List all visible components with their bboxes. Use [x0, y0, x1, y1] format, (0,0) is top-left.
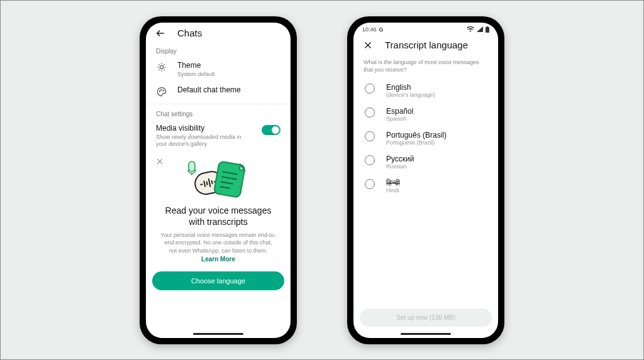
radio-icon[interactable]: [365, 107, 375, 117]
language-name: Русский: [386, 155, 414, 163]
media-visibility-sub: Show newly downloaded media in your devi…: [156, 134, 252, 148]
svg-line-9: [164, 64, 164, 65]
media-visibility-toggle[interactable]: [262, 125, 280, 135]
transcript-illustration: [156, 156, 280, 202]
language-option-portuguese[interactable]: Português (Brasil) Portuguese (Brazil): [353, 126, 498, 150]
radio-icon[interactable]: [365, 131, 375, 141]
back-arrow-icon[interactable]: [155, 28, 166, 39]
gesture-bar: [401, 333, 451, 335]
screen-left: Chats Display Theme System default Defau…: [146, 23, 291, 338]
google-indicator-icon: G: [379, 26, 384, 33]
learn-more-link[interactable]: Learn More: [156, 256, 280, 263]
language-name: Português (Brasil): [386, 131, 447, 139]
language-sub: Hindi: [386, 187, 400, 194]
setup-now-button[interactable]: Set up now (136 MB): [360, 308, 492, 327]
svg-point-11: [161, 89, 162, 90]
svg-line-7: [164, 69, 164, 70]
language-option-russian[interactable]: Русский Russian: [353, 150, 498, 174]
status-bar: 10:46 G: [353, 23, 498, 35]
language-question: What is the language of most voice messa…: [353, 56, 498, 79]
theme-icon: [156, 62, 167, 73]
svg-line-8: [158, 69, 159, 70]
radio-icon[interactable]: [365, 84, 375, 94]
phone-right: 10:46 G Transcript language What is the …: [347, 16, 504, 344]
language-name: हिन्दी: [386, 178, 400, 187]
media-visibility-row[interactable]: Media visibility Show newly downloaded m…: [146, 120, 291, 152]
header-title: Transcript language: [385, 40, 468, 50]
theme-title: Theme: [177, 61, 280, 70]
display-section-label: Display: [146, 44, 291, 57]
language-name: English: [386, 83, 435, 92]
svg-line-20: [211, 180, 212, 184]
radio-icon[interactable]: [365, 179, 375, 189]
svg-line-6: [158, 64, 159, 65]
radio-icon[interactable]: [365, 155, 375, 165]
choose-language-button[interactable]: Choose language: [152, 271, 284, 290]
signal-icon: [477, 26, 483, 32]
chats-header: Chats: [146, 23, 291, 44]
close-icon[interactable]: [155, 156, 165, 166]
language-name: Español: [386, 107, 413, 116]
svg-line-18: [207, 182, 208, 185]
default-chat-theme-row[interactable]: Default chat theme: [146, 82, 291, 101]
theme-row[interactable]: Theme System default: [146, 57, 291, 82]
media-visibility-title: Media visibility: [156, 124, 252, 133]
gesture-bar: [193, 333, 243, 335]
palette-icon: [156, 86, 167, 97]
phone-left: Chats Display Theme System default Defau…: [140, 16, 297, 344]
wifi-icon: [467, 26, 474, 32]
divider: [146, 104, 291, 104]
promo-body: Your personal voice messages remain end-…: [160, 231, 277, 254]
promo-title: Read your voice messages with transcript…: [162, 205, 274, 227]
status-time: 10:46: [362, 26, 377, 33]
language-sub: Russian: [386, 163, 414, 170]
svg-rect-29: [486, 27, 489, 33]
close-icon[interactable]: [362, 40, 374, 51]
header-title: Chats: [177, 28, 202, 38]
theme-subtitle: System default: [177, 71, 280, 78]
language-sub: (device's language): [386, 92, 435, 98]
battery-icon: [486, 26, 489, 33]
svg-rect-30: [487, 26, 488, 27]
svg-line-16: [200, 184, 203, 185]
screen-right: 10:46 G Transcript language What is the …: [353, 23, 498, 338]
language-option-spanish[interactable]: Español Spanish: [353, 102, 498, 126]
language-sub: Spanish: [386, 116, 413, 122]
language-header: Transcript language: [353, 35, 498, 56]
language-sub: Portuguese (Brazil): [386, 139, 447, 146]
svg-point-10: [159, 90, 160, 91]
svg-point-12: [163, 90, 164, 90]
default-chat-theme-title: Default chat theme: [177, 85, 280, 95]
svg-point-1: [160, 65, 163, 68]
language-option-hindi[interactable]: हिन्दी Hindi: [353, 174, 498, 198]
transcript-promo-card: Read your voice messages with transcript…: [152, 154, 284, 266]
language-option-english[interactable]: English (device's language): [353, 79, 498, 102]
svg-rect-22: [189, 161, 195, 172]
chat-settings-label: Chat settings: [146, 107, 291, 120]
